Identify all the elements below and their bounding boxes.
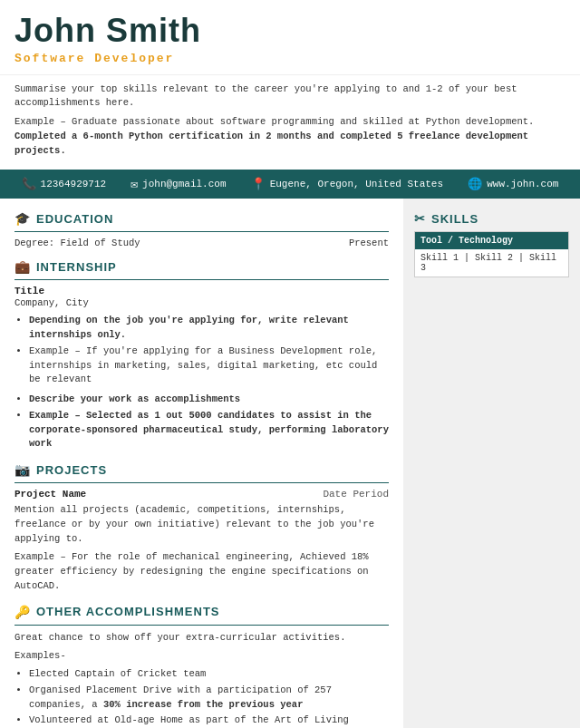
internship-bullet-2-1: Describe your work as accomplishments — [29, 393, 389, 407]
accomplishments-icon: 🔑 — [14, 605, 31, 619]
skills-table-row: Skill 1 | Skill 2 | Skill 3 — [415, 249, 569, 277]
internship-company: Company, City — [14, 297, 389, 308]
summary-line2-prefix: Example – Graduate passionate about soft… — [14, 116, 534, 127]
internship-section: 💼 INTERNSHIP Title Company, City Dependi… — [14, 259, 389, 451]
internship-bullets-1: Depending on the job you're applying for… — [14, 314, 389, 387]
education-label: EDUCATION — [36, 212, 113, 226]
contact-phone: 📞 12364929712 — [22, 177, 107, 191]
summary-line2-bold: Completed a 6-month Python certification… — [14, 131, 528, 156]
contact-location: 📍 Eugene, Oregon, United States — [251, 177, 443, 191]
accomplishment-bullet-3: Volunteered at Old-age Home as part of t… — [29, 713, 389, 728]
accomplishments-section: 🔑 OTHER ACCOMPLISHMENTS Great chance to … — [14, 605, 389, 728]
skills-icon: ✂ — [414, 211, 426, 226]
website-icon: 🌐 — [468, 177, 482, 191]
projects-section: 📷 PROJECTS Project Name Date Period Ment… — [14, 462, 389, 594]
contact-email: ✉ john@gmail.com — [130, 177, 226, 191]
education-row: Degree: Field of Study Present — [14, 238, 389, 248]
accomplishments-label: OTHER ACCOMPLISHMENTS — [36, 605, 220, 618]
accomplishment-bullet-2: Organised Placement Drive with a partici… — [29, 684, 389, 713]
skills-column-header: Tool / Technology — [415, 232, 569, 250]
internship-bullets-2: Describe your work as accomplishments Ex… — [14, 393, 389, 451]
skills-list: Skill 1 | Skill 2 | Skill 3 — [415, 249, 569, 277]
projects-divider — [14, 482, 389, 483]
accomplishments-header: 🔑 OTHER ACCOMPLISHMENTS — [14, 605, 389, 619]
project-row: Project Name Date Period — [14, 489, 389, 500]
projects-header: 📷 PROJECTS — [14, 462, 389, 477]
right-column: ✂ SKILLS Tool / Technology Skill 1 | Ski… — [403, 199, 580, 728]
summary-section: Summarise your top skills relevant to th… — [0, 74, 580, 170]
project-name: Project Name — [14, 489, 86, 500]
skills-table: Tool / Technology Skill 1 | Skill 2 | Sk… — [414, 231, 569, 277]
skills-label: SKILLS — [431, 212, 478, 226]
skills-header: ✂ SKILLS — [414, 211, 569, 226]
summary-line2: Example – Graduate passionate about soft… — [14, 115, 566, 158]
candidate-name: John Smith — [14, 13, 566, 49]
location-icon: 📍 — [251, 177, 266, 191]
contact-website: 🌐 www.john.com — [468, 177, 558, 191]
accomplishment-bullet-1: Elected Captain of Cricket team — [29, 667, 389, 682]
internship-bullet-2-2: Example – Selected as 1 out 5000 candida… — [29, 409, 389, 451]
accomplishments-bullets: Elected Captain of Cricket team Organise… — [14, 667, 389, 728]
education-header: 🎓 EDUCATION — [14, 211, 389, 226]
accomplishments-intro: Great chance to show off your extra-curr… — [14, 631, 389, 645]
left-column: 🎓 EDUCATION Degree: Field of Study Prese… — [0, 199, 403, 728]
summary-line1: Summarise your top skills relevant to th… — [14, 83, 566, 112]
accomplishments-divider — [14, 625, 389, 626]
internship-bullet-1-1: Depending on the job you're applying for… — [29, 314, 389, 343]
resume-wrapper: John Smith Software Developer Summarise … — [0, 0, 580, 728]
education-section: 🎓 EDUCATION Degree: Field of Study Prese… — [14, 211, 389, 248]
projects-icon: 📷 — [14, 462, 31, 477]
skills-section: ✂ SKILLS Tool / Technology Skill 1 | Ski… — [414, 211, 569, 277]
header-section: John Smith Software Developer — [0, 0, 580, 74]
main-body: 🎓 EDUCATION Degree: Field of Study Prese… — [0, 199, 580, 728]
phone-icon: 📞 — [22, 177, 36, 191]
project-date: Date Period — [323, 489, 389, 500]
education-divider — [14, 231, 389, 232]
education-date: Present — [349, 238, 389, 248]
email-address: john@gmail.com — [142, 179, 226, 189]
examples-label: Examples- — [14, 649, 389, 664]
contact-bar: 📞 12364929712 ✉ john@gmail.com 📍 Eugene,… — [0, 170, 580, 199]
education-degree: Degree: Field of Study — [14, 238, 140, 248]
internship-divider — [14, 279, 389, 280]
internship-label: INTERNSHIP — [36, 260, 117, 274]
phone-number: 12364929712 — [41, 179, 107, 189]
website-url: www.john.com — [487, 179, 558, 189]
internship-icon: 💼 — [14, 259, 31, 274]
internship-title: Title — [14, 286, 389, 296]
email-icon: ✉ — [130, 177, 138, 191]
project-desc2: Example – For the role of mechanical eng… — [14, 550, 389, 593]
location-text: Eugene, Oregon, United States — [270, 179, 443, 189]
internship-bullet-1-2: Example – If you're applying for a Busin… — [29, 345, 389, 387]
education-icon: 🎓 — [14, 211, 31, 226]
project-desc1: Mention all projects (academic, competit… — [14, 503, 389, 546]
candidate-title: Software Developer — [14, 52, 566, 65]
internship-header: 💼 INTERNSHIP — [14, 259, 389, 274]
projects-label: PROJECTS — [36, 463, 107, 477]
skills-table-header-row: Tool / Technology — [415, 232, 569, 250]
